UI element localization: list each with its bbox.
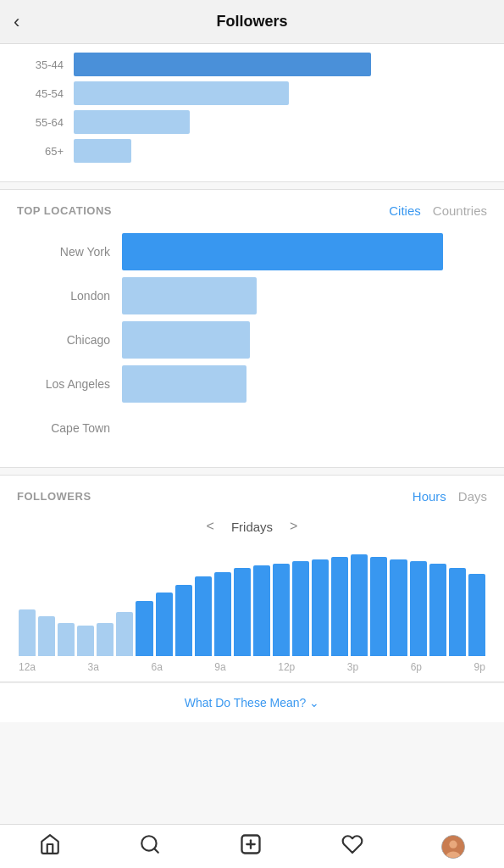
bar <box>77 626 94 656</box>
top-locations-section: TOP LOCATIONS Cities Countries New York … <box>0 189 504 468</box>
location-bar <box>122 365 246 403</box>
location-bar <box>122 321 250 359</box>
age-bar-container <box>74 110 487 134</box>
bar <box>390 559 407 656</box>
location-bar <box>122 233 443 270</box>
followers-section: FOLLOWERS Hours Days < Fridays > <box>0 475 504 682</box>
location-row-newyork: New York <box>17 233 487 270</box>
age-label: 55-64 <box>17 116 64 129</box>
x-label: 3a <box>88 661 99 673</box>
age-bar <box>74 110 190 134</box>
bar <box>429 564 446 656</box>
what-mean-section: What Do These Mean? ⌄ <box>0 682 504 722</box>
age-row-35-44: 35-44 <box>17 53 487 76</box>
bar <box>116 612 133 656</box>
location-label: London <box>17 289 110 303</box>
tab-countries[interactable]: Countries <box>433 203 487 218</box>
age-section: 35-44 45-54 55-64 65+ <box>0 44 504 182</box>
location-label: Cape Town <box>17 421 110 435</box>
current-day-label: Fridays <box>231 520 273 534</box>
x-label: 9a <box>214 661 225 673</box>
followers-header: FOLLOWERS Hours Days <box>17 489 487 504</box>
x-label: 3p <box>347 661 358 673</box>
section-title: TOP LOCATIONS <box>17 204 112 217</box>
location-label: New York <box>17 245 110 259</box>
followers-bar-chart <box>17 546 487 656</box>
bar <box>58 623 75 656</box>
bar <box>331 557 348 656</box>
add-icon[interactable] <box>239 832 263 861</box>
x-label: 6a <box>151 661 162 673</box>
bottom-nav <box>0 824 504 868</box>
age-row-45-54: 45-54 <box>17 81 487 105</box>
next-day-button[interactable]: > <box>290 519 297 534</box>
chevron-down-icon: ⌄ <box>309 696 319 709</box>
bar <box>312 559 329 656</box>
age-label: 35-44 <box>17 58 64 71</box>
what-mean-link[interactable]: What Do These Mean? ⌄ <box>185 696 320 709</box>
bar <box>156 593 173 656</box>
bar <box>351 554 368 656</box>
location-bar <box>122 277 257 314</box>
bar <box>292 561 309 656</box>
svg-line-1 <box>154 849 158 853</box>
bar <box>214 572 231 656</box>
x-label: 9p <box>474 661 485 673</box>
bar <box>234 568 251 656</box>
location-bar-container <box>122 277 487 314</box>
day-navigation: < Fridays > <box>17 519 487 534</box>
x-label: 12a <box>19 661 36 673</box>
bar <box>449 568 466 656</box>
location-label: Chicago <box>17 333 110 347</box>
location-bar-container <box>122 321 487 359</box>
location-bar-container <box>122 233 487 270</box>
tab-days[interactable]: Days <box>458 489 487 504</box>
location-tab-group: Cities Countries <box>389 203 487 218</box>
bar <box>410 561 427 656</box>
x-label: 6p <box>411 661 422 673</box>
location-bar-container <box>122 365 487 403</box>
tab-cities[interactable]: Cities <box>389 203 421 218</box>
age-row-65plus: 65+ <box>17 139 487 163</box>
age-bar-container <box>74 81 487 105</box>
x-axis-labels: 12a 3a 6a 9a 12p 3p 6p 9p <box>17 656 487 673</box>
bar <box>19 609 36 656</box>
age-bar <box>74 139 131 163</box>
followers-tab-group: Hours Days <box>413 489 487 504</box>
location-row-london: London <box>17 277 487 314</box>
x-label: 12p <box>278 661 295 673</box>
bar <box>136 601 152 656</box>
age-label: 65+ <box>17 145 64 158</box>
age-label: 45-54 <box>17 87 64 100</box>
section-header: TOP LOCATIONS Cities Countries <box>17 203 487 218</box>
bar <box>97 623 114 656</box>
location-row-capetown: Cape Town <box>17 409 487 447</box>
location-bar-container <box>122 409 487 447</box>
page-title: Followers <box>216 13 287 31</box>
followers-title: FOLLOWERS <box>17 490 91 503</box>
bar <box>195 576 212 656</box>
bar <box>175 585 192 657</box>
age-row-55-64: 55-64 <box>17 110 487 134</box>
prev-day-button[interactable]: < <box>207 519 214 534</box>
age-bar <box>74 53 371 76</box>
bar <box>273 564 290 656</box>
back-button[interactable]: ‹ <box>14 11 19 33</box>
profile-avatar[interactable] <box>441 835 465 859</box>
bar <box>253 565 270 656</box>
bar <box>370 557 387 656</box>
location-row-chicago: Chicago <box>17 321 487 359</box>
heart-icon[interactable] <box>341 833 363 860</box>
bar <box>468 574 485 657</box>
search-icon[interactable] <box>139 833 161 860</box>
tab-hours[interactable]: Hours <box>413 489 446 504</box>
location-row-losangeles: Los Angeles <box>17 365 487 403</box>
age-bar-container <box>74 53 487 76</box>
age-bar <box>74 81 289 105</box>
home-icon[interactable] <box>39 833 61 860</box>
svg-point-6 <box>449 840 457 848</box>
age-bar-container <box>74 139 487 163</box>
header: ‹ Followers <box>0 0 504 44</box>
location-label: Los Angeles <box>17 377 110 391</box>
bar <box>38 616 55 656</box>
